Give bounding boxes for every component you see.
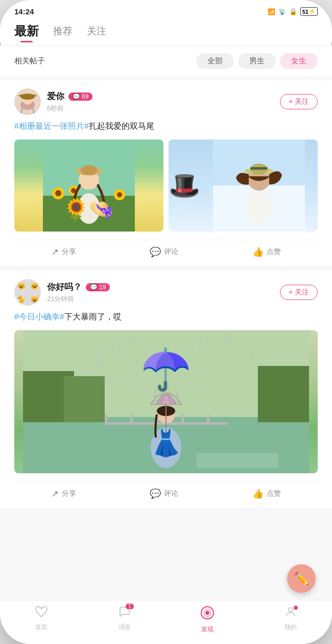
svg-point-37 bbox=[151, 427, 181, 468]
comment-icon-action-1: 💬 bbox=[150, 246, 161, 258]
share-btn-1[interactable]: ↗ 分享 bbox=[51, 246, 76, 258]
filter-all[interactable]: 全部 bbox=[196, 53, 234, 69]
phone-frame: 14:24 📶 📡 🔒 51 ⚡ 最新 推荐 关注 相关帖子 全部 男生 女生 bbox=[0, 0, 332, 644]
tab-follow[interactable]: 关注 bbox=[87, 25, 106, 41]
post-username-2: 你好吗？ bbox=[47, 281, 82, 293]
post-images-1 bbox=[14, 140, 318, 232]
svg-point-53 bbox=[205, 611, 209, 615]
like-btn-1[interactable]: 👍 点赞 bbox=[252, 246, 281, 258]
nav-mine[interactable]: 我的 bbox=[249, 606, 333, 634]
post-text-1: 扎起我爱的双马尾 bbox=[89, 122, 154, 130]
status-time: 14:24 bbox=[14, 7, 34, 16]
svg-point-4 bbox=[18, 94, 37, 97]
comment-icon-2: 💬 bbox=[90, 284, 98, 291]
comment-badge-1: 💬 69 bbox=[68, 93, 92, 101]
share-label-1: 分享 bbox=[62, 247, 76, 257]
post-actions-1: ↗ 分享 💬 评论 👍 点赞 bbox=[14, 240, 318, 258]
mine-label: 我的 bbox=[284, 623, 297, 632]
comment-badge-2: 💬 19 bbox=[86, 283, 110, 291]
filter-female[interactable]: 女生 bbox=[280, 53, 318, 69]
svg-rect-25 bbox=[250, 167, 268, 170]
svg-point-15 bbox=[78, 193, 100, 224]
comment-btn-2[interactable]: 💬 评论 bbox=[150, 488, 178, 499]
post-header-2: 😺 🐱 🐈 😸 你好吗？ 💬 19 21分钟前 bbox=[14, 279, 318, 306]
fab-compose[interactable]: ✏️ bbox=[287, 564, 316, 593]
share-label-2: 分享 bbox=[62, 489, 76, 498]
avatar-cell-1: 😺 bbox=[14, 279, 28, 292]
follow-btn-1[interactable]: + 关注 bbox=[280, 94, 318, 109]
post-image-1b bbox=[169, 140, 318, 232]
post-image-1a bbox=[14, 140, 163, 232]
comment-label-2: 评论 bbox=[164, 489, 178, 498]
svg-point-21 bbox=[246, 188, 272, 224]
share-btn-2[interactable]: ↗ 分享 bbox=[51, 488, 76, 499]
svg-rect-36 bbox=[207, 415, 209, 425]
post-content-2: #今日小确幸#下大暴雨了，哎 bbox=[14, 311, 318, 323]
avatar-cell-2: 🐱 bbox=[28, 279, 41, 292]
avatar-grid-2: 😺 🐱 🐈 😸 bbox=[14, 279, 41, 306]
post-username-1: 爱你 bbox=[47, 90, 64, 102]
comment-icon-1: 💬 bbox=[73, 93, 80, 100]
like-label-1: 点赞 bbox=[267, 247, 281, 257]
fab-icon: ✏️ bbox=[294, 571, 309, 586]
bottom-nav: 首页 1 消息 发现 bbox=[0, 600, 332, 644]
post-text-2: 下大暴雨了，哎 bbox=[64, 312, 122, 321]
comment-icon-action-2: 💬 bbox=[150, 488, 161, 499]
avatar-cell-4: 😸 bbox=[28, 292, 41, 306]
share-icon-2: ↗ bbox=[51, 488, 59, 499]
svg-point-10 bbox=[55, 190, 61, 196]
avatar-cell-3: 🐈 bbox=[14, 292, 28, 306]
messages-badge: 1 bbox=[126, 604, 134, 609]
home-label: 首页 bbox=[35, 623, 48, 632]
svg-rect-33 bbox=[130, 415, 133, 425]
signal-icon: 📶 bbox=[268, 8, 275, 15]
svg-rect-32 bbox=[105, 415, 107, 425]
filter-male[interactable]: 男生 bbox=[238, 53, 276, 69]
avatar-1 bbox=[14, 88, 41, 115]
nav-messages[interactable]: 1 消息 bbox=[83, 606, 167, 634]
svg-rect-30 bbox=[64, 376, 105, 422]
post-actions-2: ↗ 分享 💬 评论 👍 点赞 bbox=[14, 481, 318, 499]
svg-point-14 bbox=[117, 192, 122, 197]
nav-home[interactable]: 首页 bbox=[0, 606, 83, 634]
post-user-info-1: 爱你 💬 69 6秒前 bbox=[47, 90, 280, 113]
like-label-2: 点赞 bbox=[267, 489, 281, 498]
hashtag-1: #相册最近一张照片# bbox=[14, 122, 89, 130]
comment-count-2: 19 bbox=[99, 284, 106, 291]
discover-icon bbox=[200, 606, 215, 623]
tab-recommend[interactable]: 推荐 bbox=[53, 25, 73, 41]
post-content-1: #相册最近一张照片#扎起我爱的双马尾 bbox=[14, 120, 318, 132]
battery-bolt: ⚡ bbox=[309, 8, 316, 15]
tab-latest[interactable]: 最新 bbox=[14, 23, 39, 42]
svg-rect-29 bbox=[258, 366, 309, 422]
lock-icon: 🔒 bbox=[289, 8, 297, 15]
share-icon-1: ↗ bbox=[51, 246, 59, 258]
follow-btn-2[interactable]: + 关注 bbox=[280, 285, 318, 300]
post-card-2: 😺 🐱 🐈 😸 你好吗？ 💬 19 21分钟前 bbox=[0, 271, 332, 508]
top-tabs: 最新 推荐 关注 bbox=[0, 20, 332, 42]
filter-label: 相关帖子 bbox=[14, 56, 45, 66]
post-username-row-1: 爱你 💬 69 bbox=[47, 90, 280, 102]
messages-label: 消息 bbox=[118, 623, 131, 632]
comment-btn-1[interactable]: 💬 评论 bbox=[150, 246, 178, 258]
post-time-1: 6秒前 bbox=[47, 104, 280, 113]
avatar-2: 😺 🐱 🐈 😸 bbox=[14, 279, 41, 306]
post-username-row-2: 你好吗？ 💬 19 bbox=[47, 281, 280, 293]
comment-label-1: 评论 bbox=[164, 247, 178, 257]
svg-rect-51 bbox=[197, 453, 278, 468]
status-icons: 📶 📡 🔒 51 ⚡ bbox=[268, 7, 318, 16]
messages-icon: 1 bbox=[118, 606, 131, 621]
home-icon bbox=[35, 606, 48, 621]
svg-point-18 bbox=[81, 165, 97, 175]
battery-indicator: 51 ⚡ bbox=[300, 7, 318, 16]
hashtag-2: #今日小确幸# bbox=[14, 312, 64, 321]
post-image-2 bbox=[14, 330, 318, 473]
svg-rect-35 bbox=[181, 415, 184, 425]
mine-dot bbox=[294, 606, 298, 610]
post-header-1: 爱你 💬 69 6秒前 + 关注 bbox=[14, 88, 318, 115]
comment-count-1: 69 bbox=[82, 93, 88, 100]
nav-discover[interactable]: 发现 bbox=[166, 606, 249, 634]
like-icon-2: 👍 bbox=[252, 488, 264, 499]
like-btn-2[interactable]: 👍 点赞 bbox=[252, 488, 281, 499]
main-content: 相关帖子 全部 男生 女生 bbox=[0, 46, 332, 600]
